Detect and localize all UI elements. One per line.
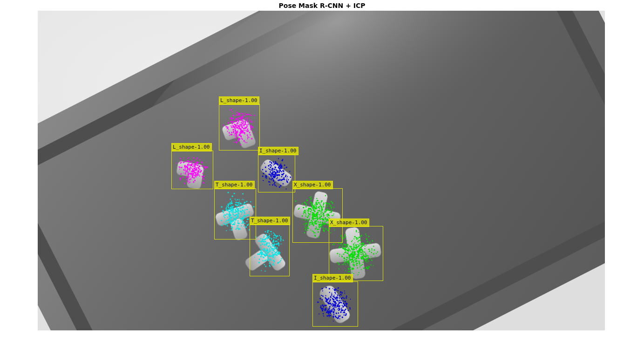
image-canvas: L_shape-1.00L_shape-1.00I_shape-1.00T_sh… [38,11,605,330]
scene-svg [38,11,605,330]
figure: Pose Mask R-CNN + ICP [0,0,644,356]
figure-title: Pose Mask R-CNN + ICP [0,2,644,9]
